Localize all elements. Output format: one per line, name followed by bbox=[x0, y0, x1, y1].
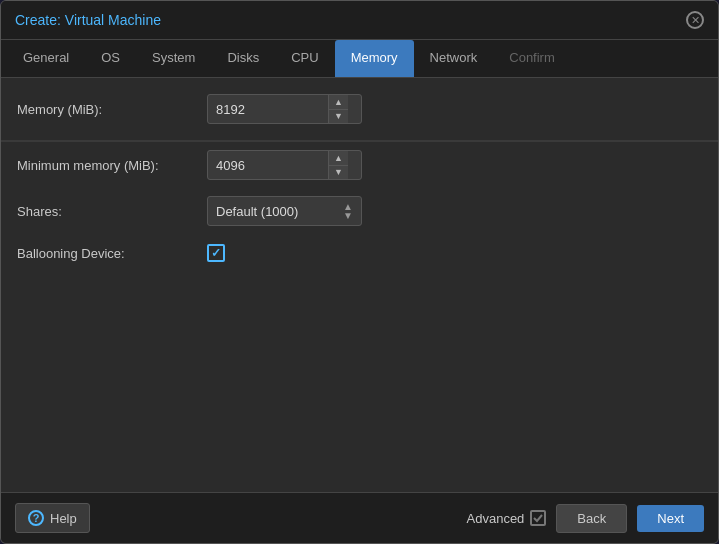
tab-memory[interactable]: Memory bbox=[335, 40, 414, 77]
min-memory-spinner[interactable]: ▲ ▼ bbox=[207, 150, 362, 180]
memory-row: Memory (MiB): ▲ ▼ bbox=[1, 86, 718, 132]
shares-control: Default (1000) ▲ ▼ bbox=[207, 196, 362, 226]
min-memory-decrement[interactable]: ▼ bbox=[329, 165, 348, 179]
min-memory-row: Minimum memory (MiB): ▲ ▼ bbox=[1, 142, 718, 188]
back-button[interactable]: Back bbox=[556, 504, 627, 533]
tab-confirm: Confirm bbox=[493, 40, 571, 77]
shares-label: Shares: bbox=[17, 204, 207, 219]
shares-select[interactable]: Default (1000) ▲ ▼ bbox=[207, 196, 362, 226]
advanced-check-icon bbox=[533, 513, 543, 523]
content-area: Memory (MiB): ▲ ▼ Minimum memory (MiB): bbox=[1, 78, 718, 492]
memory-input[interactable] bbox=[208, 97, 328, 122]
ballooning-checkbox[interactable] bbox=[207, 244, 225, 262]
main-window: Create: Virtual Machine ✕ General OS Sys… bbox=[0, 0, 719, 544]
tab-cpu[interactable]: CPU bbox=[275, 40, 334, 77]
tab-os[interactable]: OS bbox=[85, 40, 136, 77]
memory-increment[interactable]: ▲ bbox=[329, 95, 348, 109]
ballooning-row: Ballooning Device: bbox=[1, 234, 718, 272]
tab-system[interactable]: System bbox=[136, 40, 211, 77]
min-memory-spinner-buttons: ▲ ▼ bbox=[328, 151, 348, 179]
min-memory-increment[interactable]: ▲ bbox=[329, 151, 348, 165]
tab-bar: General OS System Disks CPU Memory Netwo… bbox=[1, 40, 718, 78]
next-button[interactable]: Next bbox=[637, 505, 704, 532]
memory-decrement[interactable]: ▼ bbox=[329, 109, 348, 123]
ballooning-label: Ballooning Device: bbox=[17, 246, 207, 261]
min-memory-label: Minimum memory (MiB): bbox=[17, 158, 207, 173]
memory-spinner-buttons: ▲ ▼ bbox=[328, 95, 348, 123]
footer: ? Help Advanced Back Next bbox=[1, 492, 718, 543]
advanced-checkbox[interactable] bbox=[530, 510, 546, 526]
memory-spinner[interactable]: ▲ ▼ bbox=[207, 94, 362, 124]
tab-disks[interactable]: Disks bbox=[211, 40, 275, 77]
min-memory-input[interactable] bbox=[208, 153, 328, 178]
advanced-option: Advanced bbox=[467, 510, 547, 526]
tab-general[interactable]: General bbox=[7, 40, 85, 77]
memory-label: Memory (MiB): bbox=[17, 102, 207, 117]
memory-control: ▲ ▼ bbox=[207, 94, 362, 124]
advanced-text: Advanced bbox=[467, 511, 525, 526]
window-title: Create: Virtual Machine bbox=[15, 12, 161, 28]
memory-section: Memory (MiB): ▲ ▼ bbox=[1, 78, 718, 141]
ballooning-control bbox=[207, 244, 225, 262]
help-label: Help bbox=[50, 511, 77, 526]
shares-row: Shares: Default (1000) ▲ ▼ bbox=[1, 188, 718, 234]
footer-right: Advanced Back Next bbox=[467, 504, 704, 533]
title-bar: Create: Virtual Machine ✕ bbox=[1, 1, 718, 40]
help-icon: ? bbox=[28, 510, 44, 526]
shares-select-arrow: ▲ ▼ bbox=[343, 202, 353, 220]
min-memory-control: ▲ ▼ bbox=[207, 150, 362, 180]
help-button[interactable]: ? Help bbox=[15, 503, 90, 533]
close-button[interactable]: ✕ bbox=[686, 11, 704, 29]
tab-network[interactable]: Network bbox=[414, 40, 494, 77]
shares-value: Default (1000) bbox=[216, 204, 298, 219]
